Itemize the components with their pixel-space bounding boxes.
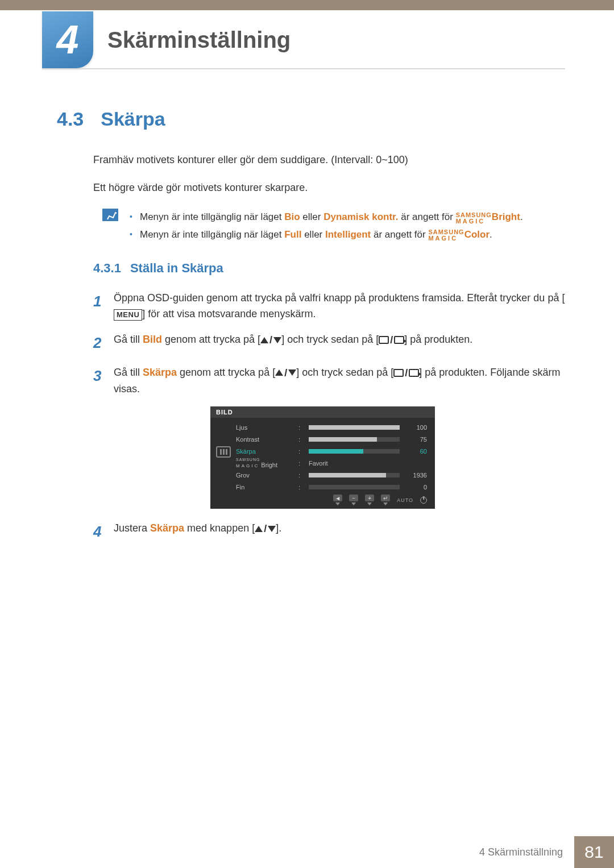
note-item-2: Menyn är inte tillgänglig när läget Full…	[130, 226, 523, 244]
osd-row-coarse: Grov: 1936	[236, 469, 427, 481]
page-number: 81	[574, 836, 614, 868]
section-heading: 4.3 Skärpa	[57, 108, 566, 130]
step-number: 2	[93, 331, 114, 355]
osd-category-icon	[216, 446, 231, 458]
note-block: Menyn är inte tillgänglig när läget Bio …	[102, 209, 566, 243]
intro-paragraph-2: Ett högre värde gör motivets konturer sk…	[93, 181, 566, 195]
up-down-arrows-icon: /	[260, 332, 281, 348]
step-2: 2 Gå till Bild genom att trycka på [/] o…	[93, 331, 566, 355]
step-1: 1 Öppna OSD-guiden genom att trycka på v…	[93, 290, 566, 323]
osd-footer-controls: ◄ − + ↵ AUTO	[333, 495, 427, 505]
note-icon	[102, 209, 118, 221]
step-number: 4	[93, 520, 114, 544]
osd-title: BILD	[210, 406, 435, 418]
select-button-icon: /	[379, 332, 404, 348]
step-body: Gå till Bild genom att trycka på [/] och…	[114, 331, 566, 355]
osd-enter-icon: ↵	[381, 495, 390, 501]
osd-auto-label: AUTO	[397, 497, 413, 503]
osd-row-contrast: Kontrast: 75	[236, 433, 427, 445]
osd-plus-icon: +	[365, 495, 374, 501]
note-list: Menyn är inte tillgänglig när läget Bio …	[130, 209, 523, 243]
step-body: Justera Skärpa med knappen [/].	[114, 520, 566, 544]
top-brown-bar	[0, 0, 614, 10]
osd-back-icon: ◄	[333, 495, 342, 501]
page-footer: 4 Skärminställning 81	[0, 836, 614, 868]
section-title: Skärpa	[101, 108, 165, 130]
step-body: Gå till Skärpa genom att trycka på [/] o…	[114, 364, 566, 397]
subsection-heading: 4.3.1 Ställa in Skärpa	[93, 261, 566, 276]
step-4: 4 Justera Skärpa med knappen [/].	[93, 520, 566, 544]
chapter-header: 4 Skärminställning	[42, 11, 291, 68]
subsection-number: 4.3.1	[93, 261, 121, 276]
page-content: 4.3 Skärpa Framhäv motivets konturer ell…	[57, 108, 566, 553]
osd-row-sharpness: Skärpa: 60	[236, 445, 427, 457]
osd-row-brightness: Ljus: 100	[236, 421, 427, 433]
note-item-1: Menyn är inte tillgänglig när läget Bio …	[130, 209, 523, 226]
step-3: 3 Gå till Skärpa genom att trycka på [/]…	[93, 364, 566, 397]
chapter-number: 4	[57, 17, 79, 63]
osd-power-icon	[420, 497, 427, 504]
chapter-title: Skärminställning	[107, 27, 291, 53]
osd-row-magicbright: SAMSUNGMAGIC Bright: Favorit	[236, 457, 427, 469]
footer-chapter-label: 4 Skärminställning	[479, 836, 574, 868]
osd-minus-icon: −	[349, 495, 358, 501]
section-number: 4.3	[57, 108, 84, 130]
step-body: Öppna OSD-guiden genom att trycka på val…	[114, 290, 566, 323]
intro-paragraph-1: Framhäv motivets konturer eller gör dem …	[93, 153, 566, 167]
osd-screenshot: BILD Ljus: 100 Kontrast: 75 Skärpa: 60 S…	[210, 406, 435, 509]
subsection-title: Ställa in Skärpa	[130, 261, 223, 276]
header-rule	[42, 68, 565, 69]
menu-button-label: MENU	[114, 309, 142, 321]
step-number: 3	[93, 364, 114, 397]
up-down-arrows-icon: /	[255, 521, 276, 537]
osd-row-fine: Fin: 0	[236, 481, 427, 493]
up-down-arrows-icon: /	[275, 365, 296, 381]
chapter-number-tab: 4	[42, 11, 93, 68]
step-number: 1	[93, 290, 114, 323]
select-button-icon: /	[393, 365, 419, 381]
